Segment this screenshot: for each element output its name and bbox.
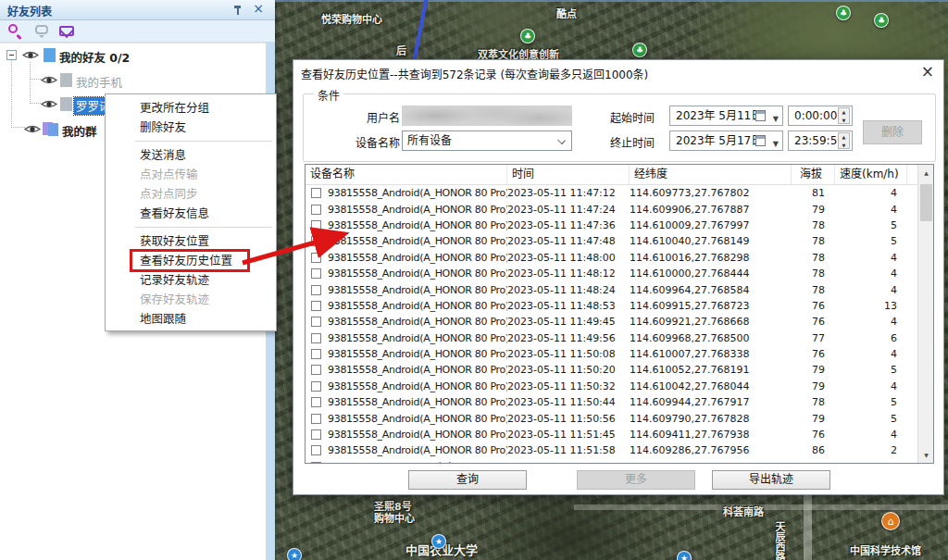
cell-device: 93815558_Android(A_HONOR 80 Pro) xyxy=(328,284,507,296)
menu-item-4[interactable]: 点对点传输 xyxy=(106,165,276,184)
chat-icon[interactable] xyxy=(35,25,48,34)
search-icon[interactable] xyxy=(8,24,18,33)
map-marker-tree-icon[interactable]: ♣ xyxy=(836,6,851,20)
delete-button[interactable]: 删除 xyxy=(863,120,922,144)
row-checkbox[interactable] xyxy=(311,429,321,440)
cell-altitude: 76 xyxy=(792,316,835,328)
table-row[interactable]: 93815558_Android(A_HONOR 80 Pro)2023-05-… xyxy=(306,218,917,233)
map-marker-edu-icon[interactable]: ★ xyxy=(677,551,692,560)
menu-item-1[interactable]: 删除好友 xyxy=(106,118,276,137)
device-select-value: 所有设备 xyxy=(407,134,452,147)
header-altitude[interactable]: 海拔 xyxy=(792,165,835,184)
tree-item-label[interactable]: 我的群 xyxy=(62,122,97,140)
cell-time: 2023-05-11 11:47:12 xyxy=(507,187,630,199)
table-row[interactable]: 93815558_Android(A_HONOR 80 Pro)2023-05-… xyxy=(306,314,917,330)
table-row[interactable]: 93815558_Android(A_HONOR 80 Pro)2023-05-… xyxy=(306,410,917,426)
table-row[interactable]: 93815558_Android(A_HONOR 80 Pro)2023-05-… xyxy=(306,379,917,394)
map-marker-edu-icon[interactable]: ★ xyxy=(287,548,302,560)
cell-lnglat: 114.610000,27.768444 xyxy=(630,268,792,280)
table-row[interactable]: 93815558_Android(A_HONOR 80 Pro)2023-05-… xyxy=(306,346,917,362)
map-marker-tree-icon[interactable]: ♣ xyxy=(874,13,889,28)
tree-connector xyxy=(30,79,41,80)
map-marker-edu-icon[interactable]: ★ xyxy=(431,534,446,549)
scroll-up-icon[interactable]: ▲ xyxy=(918,165,934,180)
row-checkbox[interactable] xyxy=(311,397,321,407)
row-checkbox[interactable] xyxy=(311,317,321,327)
row-checkbox[interactable] xyxy=(311,301,321,311)
table-row[interactable]: 93815558_Android(A_HONOR 80 Pro)2023-05-… xyxy=(306,266,917,281)
cell-altitude: 77 xyxy=(792,332,835,344)
menu-item-12[interactable]: 地图跟随 xyxy=(106,309,276,329)
header-speed[interactable]: 速度(km/h) xyxy=(835,165,907,184)
row-checkbox[interactable] xyxy=(311,349,321,359)
row-checkbox[interactable] xyxy=(311,285,321,295)
row-checkbox[interactable] xyxy=(311,188,321,198)
scrollbar-thumb[interactable] xyxy=(920,184,932,221)
row-checkbox[interactable] xyxy=(311,445,321,455)
table-row[interactable]: 93815558_Android(A_HONOR 80 Pro)2023-05-… xyxy=(306,201,917,217)
pin-icon[interactable] xyxy=(232,5,243,16)
end-time-label: 终止时间 xyxy=(599,134,655,150)
table-scrollbar[interactable]: ▲ ▼ xyxy=(917,165,933,463)
cell-speed: 4 xyxy=(835,284,907,296)
row-checkbox[interactable] xyxy=(311,462,321,463)
row-checkbox[interactable] xyxy=(311,414,321,424)
cell-time: 2023-05-11 11:48:53 xyxy=(507,300,630,312)
menu-item-0[interactable]: 更改所在分组 xyxy=(106,98,276,118)
map-place-label: 天辰西路 xyxy=(771,521,786,560)
header-time[interactable]: 时间 xyxy=(507,165,630,184)
table-row[interactable]: 93815558_Android(A_HONOR 80 Pro)2023-05-… xyxy=(306,427,917,442)
row-checkbox[interactable] xyxy=(311,333,321,343)
more-button[interactable]: 更多 xyxy=(577,470,695,490)
row-checkbox[interactable] xyxy=(311,381,321,392)
row-checkbox[interactable] xyxy=(311,205,321,215)
menu-item-5[interactable]: 点对点同步 xyxy=(106,184,276,204)
person-icon xyxy=(60,73,72,87)
map-marker-poi-icon[interactable]: ⌂ xyxy=(881,512,900,530)
header-device[interactable]: 设备名称 xyxy=(306,165,507,184)
spinner-icon[interactable]: ▲▼ xyxy=(838,107,850,124)
cell-time: 2023-05-11 11:51:45 xyxy=(507,429,630,441)
row-checkbox[interactable] xyxy=(311,365,321,375)
cell-altitude: 36 xyxy=(792,461,835,463)
scroll-down-icon[interactable]: ▼ xyxy=(918,447,934,463)
collapse-icon[interactable] xyxy=(6,50,17,60)
table-row[interactable]: 93815558_Android(A_HONOR 80 Pro)2023-05-… xyxy=(306,330,917,346)
table-row[interactable]: 93815558_Android(A_HONOR 80 Pro)2023-05-… xyxy=(306,298,917,314)
end-time-spinner[interactable]: 23:59:59 ▲▼ xyxy=(788,131,853,151)
tree-item-label[interactable]: 我的手机 xyxy=(76,73,122,91)
table-row[interactable]: 93815558_Android(A_HONOR 80 Pro)2023-05-… xyxy=(306,185,917,201)
start-time-spinner[interactable]: 0:00:00 ▲▼ xyxy=(788,106,853,126)
table-row[interactable]: 93815558_Android(A_HONOR 80 Pro)2023-05-… xyxy=(306,362,917,378)
dialog-close-icon[interactable]: × xyxy=(921,62,934,81)
device-select[interactable]: 所有设备 xyxy=(402,131,572,151)
cell-altitude: 78 xyxy=(792,396,835,408)
table-row[interactable]: 93815558_Android(A_HONOR 80 Pro)2023-05-… xyxy=(306,250,917,266)
table-row[interactable]: 93815558_Android(A_HONOR 80 Pro)2023-05-… xyxy=(306,394,917,410)
start-date-picker[interactable]: 2023年 5月11日 ▼ xyxy=(669,106,783,126)
map-marker-tree-icon[interactable]: ♣ xyxy=(632,43,647,57)
table-row[interactable]: 93815558_Android(A_HONOR 80 Pro)2023-05-… xyxy=(306,233,917,249)
export-track-button[interactable]: 导出轨迹 xyxy=(712,470,830,490)
spinner-icon[interactable]: ▲▼ xyxy=(838,132,850,149)
menu-item-11[interactable]: 保存好友轨迹 xyxy=(106,290,276,309)
menu-item-10[interactable]: 记录好友轨迹 xyxy=(106,270,276,290)
table-row[interactable]: 93815558_Android(A_HONOR 80 Pro)2023-05-… xyxy=(306,442,917,458)
cell-device: 93815558_Android(A_HONOR 80 Pro) xyxy=(328,332,507,344)
end-date-picker[interactable]: 2023年 5月17日 ▼ xyxy=(669,131,783,151)
header-lnglat[interactable]: 经纬度 xyxy=(630,165,792,184)
cell-speed: 4 xyxy=(835,268,907,280)
mail-icon[interactable] xyxy=(59,26,74,36)
tree-item-label[interactable]: 我的好友 0/2 xyxy=(59,48,130,66)
username-field-masked[interactable] xyxy=(402,106,572,126)
table-row[interactable]: 93815558_Android(A_HONOR 80 Pro)2023-05-… xyxy=(306,281,917,297)
menu-item-3[interactable]: 发送消息 xyxy=(106,145,276,165)
table-row[interactable]: 97449285_Android(A_小米Xiaomi 12S)2023-05-… xyxy=(306,459,917,463)
map-marker-tree-icon[interactable]: ♣ xyxy=(520,29,535,44)
tree-connector xyxy=(30,62,31,104)
map-place-label: 酷点 xyxy=(556,6,577,20)
end-time-value: 23:59:59 xyxy=(794,134,844,147)
panel-close-icon[interactable]: × xyxy=(253,1,264,16)
cell-speed: 4 xyxy=(835,252,907,264)
query-button[interactable]: 查询 xyxy=(408,470,527,490)
